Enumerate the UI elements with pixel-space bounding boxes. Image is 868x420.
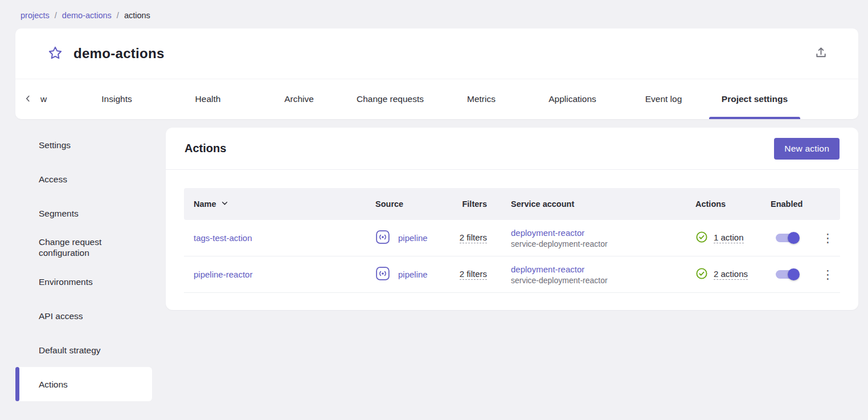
tabs-scroll-left-button[interactable]	[15, 79, 40, 119]
actions-table: Name Source Filters Service account Acti…	[166, 170, 858, 310]
action-name-link[interactable]: pipeline-reactor	[194, 270, 252, 279]
tab-event-log[interactable]: Event log	[618, 79, 709, 119]
filters-count[interactable]: 2 filters	[460, 233, 487, 243]
breadcrumb: projects / demo-actions / actions	[0, 0, 868, 20]
sidebar-item-segments[interactable]: Segments	[15, 196, 152, 230]
star-icon	[47, 45, 63, 63]
project-header-card: demo-actions w Insights Health Archive C…	[15, 28, 858, 119]
row-menu-button[interactable]: ⋮	[816, 268, 840, 282]
table-row: pipeline-reactor pipeline 2 filters	[184, 256, 840, 293]
breadcrumb-current-page: actions	[124, 11, 150, 20]
column-header-source: Source	[366, 199, 449, 209]
column-header-name-label: Name	[194, 199, 216, 209]
source-link[interactable]: pipeline	[398, 233, 428, 243]
check-circle-icon	[695, 267, 708, 282]
source-link[interactable]: pipeline	[398, 270, 428, 279]
enabled-cell	[761, 270, 816, 279]
table-row: tags-test-action pipeline 2 filters	[184, 220, 840, 256]
upload-icon	[814, 46, 828, 61]
service-account-link[interactable]: deployment-reactor	[511, 228, 584, 238]
signal-source-icon	[375, 230, 390, 246]
column-header-service-account: Service account	[501, 199, 686, 209]
tab-archive[interactable]: Archive	[253, 79, 345, 119]
filters-cell: 2 filters	[449, 269, 501, 280]
breadcrumb-project-link[interactable]: demo-actions	[62, 11, 112, 20]
actions-title: Actions	[185, 142, 226, 155]
export-project-button[interactable]	[812, 44, 830, 63]
main-area: Settings Access Segments Change request …	[0, 128, 868, 401]
tab-health[interactable]: Health	[162, 79, 253, 119]
service-account-token: service-deployment-reactor	[511, 239, 608, 248]
sidebar-item-api-access[interactable]: API access	[15, 299, 152, 333]
signal-source-icon	[375, 266, 390, 283]
tab-insights[interactable]: Insights	[71, 79, 162, 119]
service-account-cell: deployment-reactor service-deployment-re…	[501, 228, 686, 248]
new-action-button[interactable]: New action	[774, 138, 840, 160]
breadcrumb-projects-link[interactable]: projects	[21, 11, 50, 20]
tab-overview-partial[interactable]: w	[40, 79, 71, 119]
project-tabs: w Insights Health Archive Change request…	[15, 79, 858, 119]
project-header: demo-actions	[15, 28, 858, 79]
tab-metrics[interactable]: Metrics	[436, 79, 527, 119]
sidebar-item-access[interactable]: Access	[15, 162, 152, 196]
service-account-token: service-deployment-reactor	[511, 276, 608, 285]
check-circle-icon	[695, 231, 708, 245]
tab-applications[interactable]: Applications	[527, 79, 618, 119]
actions-count-cell: 1 action	[686, 231, 761, 245]
toggle-thumb	[788, 232, 800, 244]
sort-chevron-down-icon	[220, 198, 230, 210]
sidebar-item-actions[interactable]: Actions	[15, 367, 152, 401]
source-cell: pipeline	[366, 266, 449, 283]
action-name-link[interactable]: tags-test-action	[194, 233, 252, 243]
source-cell: pipeline	[366, 230, 449, 246]
column-header-filters: Filters	[449, 199, 501, 209]
tab-change-requests[interactable]: Change requests	[345, 79, 436, 119]
actions-count-cell: 2 actions	[686, 267, 761, 282]
column-header-name[interactable]: Name	[184, 198, 366, 210]
chevron-left-icon	[23, 93, 33, 105]
column-header-enabled: Enabled	[761, 199, 816, 209]
toggle-thumb	[788, 268, 800, 280]
service-account-cell: deployment-reactor service-deployment-re…	[501, 264, 686, 285]
breadcrumb-separator: /	[55, 11, 57, 20]
sidebar-item-change-request-configuration[interactable]: Change request configuration	[15, 230, 152, 264]
column-header-actions: Actions	[686, 199, 761, 209]
actions-card: Actions New action Name Source Filters S…	[166, 128, 858, 310]
favorite-star-button[interactable]	[45, 43, 65, 65]
actions-card-header: Actions New action	[166, 128, 858, 170]
filters-count[interactable]: 2 filters	[460, 269, 487, 280]
actions-count[interactable]: 1 action	[714, 233, 744, 243]
tab-project-settings[interactable]: Project settings	[709, 79, 800, 119]
sidebar-item-default-strategy[interactable]: Default strategy	[15, 333, 152, 367]
service-account-link[interactable]: deployment-reactor	[511, 264, 584, 274]
sidebar-item-settings[interactable]: Settings	[15, 128, 152, 162]
enabled-toggle[interactable]	[776, 234, 799, 242]
enabled-toggle[interactable]	[776, 270, 799, 279]
action-name-cell: tags-test-action	[184, 233, 366, 243]
settings-sidebar: Settings Access Segments Change request …	[15, 128, 152, 401]
table-header-row: Name Source Filters Service account Acti…	[184, 188, 840, 220]
filters-cell: 2 filters	[449, 233, 501, 243]
actions-count[interactable]: 2 actions	[714, 269, 748, 280]
enabled-cell	[761, 234, 816, 242]
page-title: demo-actions	[73, 46, 812, 62]
row-menu-button[interactable]: ⋮	[816, 231, 840, 245]
breadcrumb-separator: /	[117, 11, 119, 20]
sidebar-item-environments[interactable]: Environments	[15, 264, 152, 299]
action-name-cell: pipeline-reactor	[184, 270, 366, 279]
